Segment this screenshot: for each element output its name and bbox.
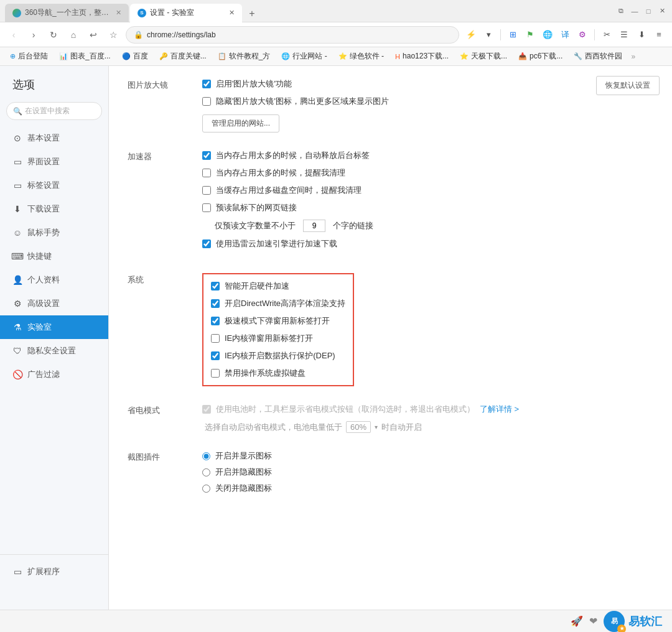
- bookmarks-more[interactable]: »: [631, 52, 635, 61]
- xunlei-label[interactable]: 使用迅雷云加速引擎进行加速下载: [216, 238, 337, 249]
- bookmark-hao123[interactable]: H hao123下载...: [390, 50, 454, 63]
- sidebar-item-advanced[interactable]: ⚙ 高级设置: [0, 292, 108, 315]
- acc1-checkbox[interactable]: [202, 151, 211, 160]
- tab-1[interactable]: 360导航_一个主页，整个世界 ✕: [5, 4, 129, 22]
- dep-checkbox[interactable]: [211, 351, 220, 360]
- sidebar-item-shortcut[interactable]: ⌨ 快捷键: [0, 244, 108, 268]
- sidebar-item-download[interactable]: ⬇ 下载设置: [0, 197, 108, 221]
- sidebar-item-privacy[interactable]: 🛡 隐私安全设置: [0, 339, 108, 363]
- acc4-checkbox[interactable]: [202, 203, 211, 212]
- preread-input[interactable]: [303, 220, 325, 232]
- ss2-label[interactable]: 开启并隐藏图标: [215, 467, 272, 478]
- acc3-label[interactable]: 当缓存占用过多磁盘空间时，提醒我清理: [216, 185, 362, 196]
- enable-zoom-label[interactable]: 启用'图片放大镜'功能: [216, 78, 292, 90]
- hw-accel-label[interactable]: 智能开启硬件加速: [225, 281, 289, 292]
- sidebar-item-basic[interactable]: ⊙ 基本设置: [0, 126, 108, 150]
- bookmark-pc6[interactable]: 📥 pc6下载...: [513, 50, 567, 63]
- bookmark-green[interactable]: ⭐ 绿色软件 -: [334, 50, 389, 63]
- star-btn[interactable]: ☆: [106, 27, 121, 42]
- bookmark-backend[interactable]: ⊕ 后台登陆: [5, 50, 53, 63]
- battery-checkbox[interactable]: [202, 405, 211, 414]
- ss3-radio[interactable]: [202, 485, 210, 493]
- sidebar-item-ui[interactable]: ▭ 界面设置: [0, 150, 108, 174]
- menu-icon[interactable]: ≡: [652, 28, 666, 42]
- scissors-icon[interactable]: ✂: [600, 28, 614, 42]
- globe-icon[interactable]: 🌐: [541, 28, 554, 42]
- tab-2[interactable]: S 设置 - 实验室 ✕: [130, 4, 242, 22]
- acc4-label[interactable]: 预读鼠标下的网页链接: [216, 202, 297, 213]
- hw-accel-checkbox[interactable]: [211, 282, 220, 290]
- ext-icon[interactable]: ⚙: [576, 28, 589, 42]
- bookmark-industry[interactable]: 🌐 行业网站 -: [276, 50, 332, 63]
- sidebar-item-mouse[interactable]: ☺ 鼠标手势: [0, 221, 108, 244]
- no-vkb-checkbox[interactable]: [211, 369, 220, 378]
- new-tab-button[interactable]: +: [243, 5, 261, 22]
- extreme-mode-checkbox[interactable]: [211, 317, 220, 325]
- image-zoom-body: 启用'图片放大镜'功能 隐藏'图片放大镜'图标，腾出更多区域来显示图片 管理启用…: [202, 78, 653, 132]
- dep-label[interactable]: IE内核开启数据执行保护(DEP): [225, 350, 335, 361]
- close-btn[interactable]: ✕: [657, 6, 667, 16]
- tab-2-title: 设置 - 实验室: [150, 7, 194, 18]
- acc2-label[interactable]: 当内存占用太多的时候，提醒我清理: [216, 167, 345, 179]
- sidebar-search[interactable]: 🔍 在设置中搜索: [6, 102, 102, 120]
- refresh-btn[interactable]: ↻: [46, 27, 61, 42]
- forward-btn[interactable]: ›: [26, 27, 41, 42]
- acc3-checkbox[interactable]: [202, 186, 211, 195]
- tab-1-close[interactable]: ✕: [116, 9, 121, 17]
- bookmark-baidu[interactable]: 🔵 百度: [117, 50, 153, 63]
- ss1-row: 开启并显示图标: [202, 450, 653, 462]
- bookmark-tianji[interactable]: ⭐ 天极下载...: [455, 50, 512, 63]
- sidebar-item-adblock[interactable]: 🚫 广告过滤: [0, 363, 108, 386]
- xunlei-checkbox[interactable]: [202, 239, 211, 248]
- download-icon[interactable]: ⬇: [635, 28, 648, 42]
- flag-icon[interactable]: ⚑: [523, 28, 537, 42]
- home-btn[interactable]: ⌂: [66, 27, 81, 42]
- manage-sites-btn[interactable]: 管理启用的网站...: [202, 114, 279, 132]
- sidebar-item-lab[interactable]: ⚗ 实验室: [0, 315, 108, 339]
- bookmark-tutorial[interactable]: 📋 软件教程_方: [213, 50, 276, 63]
- extreme-mode-label[interactable]: 极速模式下弹窗用新标签打开: [225, 315, 330, 327]
- ie-popup-label[interactable]: IE内核弹窗用新标签打开: [225, 333, 313, 344]
- enable-zoom-checkbox[interactable]: [202, 80, 211, 88]
- sidebar-item-tabs[interactable]: ▭ 标签设置: [0, 174, 108, 197]
- image-zoom-hide-row: 隐藏'图片放大镜'图标，腾出更多区域来显示图片: [202, 96, 653, 107]
- bookmark-xixi[interactable]: 🔧 西西软件园: [569, 50, 627, 63]
- adblock-icon: 🚫: [12, 369, 22, 379]
- download-nav-icon: ⬇: [12, 204, 22, 214]
- learn-more-link[interactable]: 了解详情 >: [480, 404, 519, 415]
- dropdown-btn[interactable]: ▾: [482, 28, 495, 42]
- minimize-btn[interactable]: —: [630, 6, 640, 16]
- sidebar-item-privacy-label: 隐私安全设置: [27, 345, 76, 356]
- restore-defaults-btn[interactable]: 恢复默认设置: [596, 76, 660, 95]
- lightning-btn[interactable]: ⚡: [464, 28, 478, 42]
- hide-icon-label[interactable]: 隐藏'图片放大镜'图标，腾出更多区域来显示图片: [216, 96, 389, 107]
- ss2-radio[interactable]: [202, 468, 210, 476]
- tab-2-close[interactable]: ✕: [229, 9, 235, 17]
- acc2-checkbox[interactable]: [202, 169, 211, 177]
- acc4-row: 预读鼠标下的网页链接: [202, 202, 653, 213]
- ss1-label[interactable]: 开启并显示图标: [215, 450, 272, 462]
- bookmark-baidu-kw[interactable]: 🔑 百度关键...: [154, 50, 212, 63]
- hide-icon-checkbox[interactable]: [202, 97, 211, 106]
- sidebar-item-profile[interactable]: 👤 个人资料: [0, 268, 108, 292]
- ss3-label[interactable]: 关闭并隐藏图标: [215, 483, 272, 494]
- ss1-radio[interactable]: [202, 452, 210, 460]
- ie-popup-checkbox[interactable]: [211, 334, 220, 343]
- image-zoom-section: 图片放大镜 启用'图片放大镜'功能 隐藏'图片放大镜'图标，腾出更多区域来显示图…: [128, 78, 653, 132]
- address-input[interactable]: 🔒 chrome://settings/lab: [126, 26, 459, 44]
- battery-label[interactable]: 使用电池时，工具栏显示省电模式按钮（取消勾选时，将退出省电模式）: [216, 404, 475, 415]
- acc1-label[interactable]: 当内存占用太多的时候，自动释放后台标签: [216, 150, 370, 161]
- back-btn[interactable]: ‹: [6, 27, 21, 42]
- ext2-icon[interactable]: ☰: [617, 28, 631, 42]
- back2-btn[interactable]: ↩: [86, 27, 101, 42]
- bookmark-chart[interactable]: 📊 图表_百度...: [54, 50, 116, 63]
- sidebar-item-extensions[interactable]: ▭ 扩展程序: [0, 560, 109, 583]
- address-text: chrome://settings/lab: [147, 30, 216, 39]
- maximize-btn[interactable]: □: [643, 6, 653, 16]
- directwrite-label[interactable]: 开启DirectWrite高清字体渲染支持: [225, 298, 345, 309]
- restore-window-btn[interactable]: ⧉: [616, 6, 626, 16]
- no-vkb-label[interactable]: 禁用操作系统虚拟键盘: [225, 368, 306, 379]
- translate-icon[interactable]: 译: [558, 28, 572, 42]
- directwrite-checkbox[interactable]: [211, 299, 220, 308]
- windows-icon[interactable]: ⊞: [506, 28, 520, 42]
